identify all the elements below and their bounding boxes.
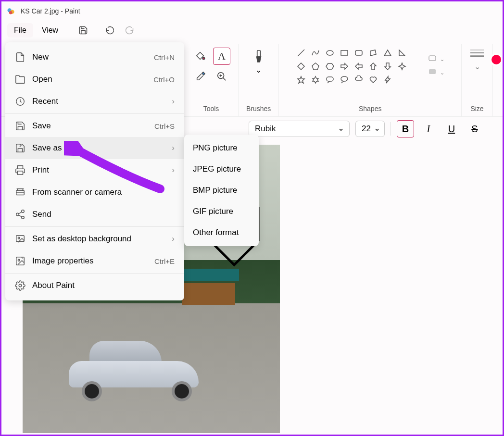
menu-scanner[interactable]: From scanner or camera: [5, 181, 184, 203]
shape-polygon[interactable]: [368, 48, 378, 58]
menu-save[interactable]: Save Ctrl+S: [5, 115, 184, 137]
shape-rect[interactable]: [339, 48, 350, 58]
shape-lightning[interactable]: [382, 75, 393, 85]
underline-button[interactable]: U: [443, 120, 460, 137]
shape-heart[interactable]: [368, 75, 378, 85]
submenu-gif[interactable]: GIF picture: [184, 201, 259, 222]
menu-send-label: Send: [32, 210, 175, 219]
paint-app-icon: [6, 6, 16, 16]
menu-save-as[interactable]: Save as ›: [5, 137, 184, 159]
bold-button[interactable]: B: [397, 120, 414, 137]
magnifier-tool[interactable]: [213, 68, 230, 85]
gear-icon: [15, 280, 25, 291]
print-icon: [15, 165, 25, 175]
svg-line-27: [19, 212, 22, 214]
send-icon: [15, 209, 25, 220]
folder-icon: [15, 74, 25, 85]
shape-6star[interactable]: [310, 75, 321, 85]
menu-wallpaper[interactable]: Set as desktop background ›: [5, 228, 184, 250]
shape-line[interactable]: [296, 48, 306, 58]
shape-pentagon[interactable]: [310, 61, 321, 72]
svg-rect-13: [327, 77, 333, 81]
save-as-submenu: PNG picture JPEG picture BMP picture GIF…: [184, 135, 259, 246]
shape-outline-button[interactable]: ⌄: [428, 55, 444, 64]
menu-about[interactable]: About Paint: [5, 274, 184, 297]
font-size-select[interactable]: 22⌄: [355, 121, 385, 137]
submenu-other[interactable]: Other format: [184, 222, 259, 243]
submenu-jpeg[interactable]: JPEG picture: [184, 159, 259, 180]
shape-callout-round[interactable]: [325, 75, 335, 85]
shape-hexagon[interactable]: [325, 61, 335, 72]
shape-arrow-down[interactable]: [382, 61, 393, 72]
svg-rect-21: [18, 171, 23, 174]
shape-spacer: [411, 48, 422, 58]
shape-5star[interactable]: [296, 75, 306, 85]
menu-recent[interactable]: Recent ›: [5, 90, 184, 112]
shape-right-triangle[interactable]: [397, 48, 407, 58]
chevron-right-icon: ›: [172, 97, 175, 106]
undo-button[interactable]: [101, 22, 119, 39]
menu-new[interactable]: New Ctrl+N: [5, 46, 184, 68]
menu-scanner-label: From scanner or camera: [32, 187, 175, 197]
menu-view[interactable]: View: [35, 23, 65, 37]
fill-tool[interactable]: [192, 48, 209, 65]
shape-curve[interactable]: [310, 48, 321, 58]
ribbon-brushes: ⌄ Brushes: [239, 44, 279, 116]
svg-point-10: [327, 50, 333, 55]
svg-point-25: [16, 213, 19, 216]
save-as-icon: [15, 143, 25, 153]
font-family-select[interactable]: Rubik⌄: [249, 121, 350, 137]
menu-divider: [5, 113, 184, 114]
save-icon-button[interactable]: [75, 22, 92, 39]
brushes-label: Brushes: [246, 105, 271, 112]
menu-properties[interactable]: Image properties Ctrl+E: [5, 250, 184, 272]
ribbon-shapes: ⌄ ⌄ Shapes: [279, 44, 462, 116]
menu-open-label: Open: [32, 75, 147, 84]
font-value: Rubik: [255, 124, 276, 133]
shape-arrow-right[interactable]: [339, 61, 350, 72]
menu-save-shortcut: Ctrl+S: [154, 122, 175, 130]
menu-divider: [5, 273, 184, 274]
shape-diamond[interactable]: [296, 61, 306, 72]
svg-point-2: [9, 11, 13, 14]
new-file-icon: [15, 52, 25, 62]
title-bar: KS Car 2.jpg - Paint: [1, 1, 503, 21]
shape-arrow-left[interactable]: [353, 61, 364, 72]
svg-point-26: [22, 216, 25, 219]
shape-oval[interactable]: [325, 48, 335, 58]
size-value: 22: [362, 124, 371, 133]
save-icon: [15, 121, 25, 131]
submenu-png[interactable]: PNG picture: [184, 137, 259, 159]
redo-button[interactable]: [121, 22, 138, 39]
wallpaper-icon: [15, 234, 25, 244]
menu-open-shortcut: Ctrl+O: [153, 75, 175, 84]
strike-button[interactable]: S: [466, 120, 483, 137]
svg-point-3: [202, 57, 205, 60]
shape-spacer2: [411, 61, 422, 72]
shape-callout-cloud[interactable]: [353, 75, 364, 85]
tools-label: Tools: [203, 105, 219, 112]
menu-print[interactable]: Print ›: [5, 159, 184, 181]
chevron-right-icon: ›: [172, 143, 175, 153]
svg-point-14: [341, 76, 348, 81]
brush-tool[interactable]: ⌄: [250, 48, 267, 76]
text-tool[interactable]: A: [213, 48, 230, 65]
shape-triangle[interactable]: [382, 48, 393, 58]
menu-send[interactable]: Send: [5, 203, 184, 225]
submenu-bmp[interactable]: BMP picture: [184, 180, 259, 201]
shape-fill-button[interactable]: ⌄: [428, 69, 444, 77]
shape-4star[interactable]: [397, 61, 407, 72]
shape-roundrect[interactable]: [353, 48, 364, 58]
menu-file[interactable]: File: [7, 23, 33, 37]
shape-callout-oval[interactable]: [339, 75, 350, 85]
size-button[interactable]: ⌄: [469, 48, 485, 72]
svg-point-32: [18, 259, 20, 261]
svg-rect-12: [355, 50, 362, 55]
svg-point-33: [19, 284, 22, 287]
shape-arrow-up[interactable]: [368, 61, 378, 72]
menu-props-shortcut: Ctrl+E: [154, 257, 175, 265]
picker-tool[interactable]: [192, 68, 209, 85]
menu-open[interactable]: Open Ctrl+O: [5, 68, 184, 90]
italic-button[interactable]: I: [420, 120, 437, 137]
window-title: KS Car 2.jpg - Paint: [21, 7, 80, 15]
